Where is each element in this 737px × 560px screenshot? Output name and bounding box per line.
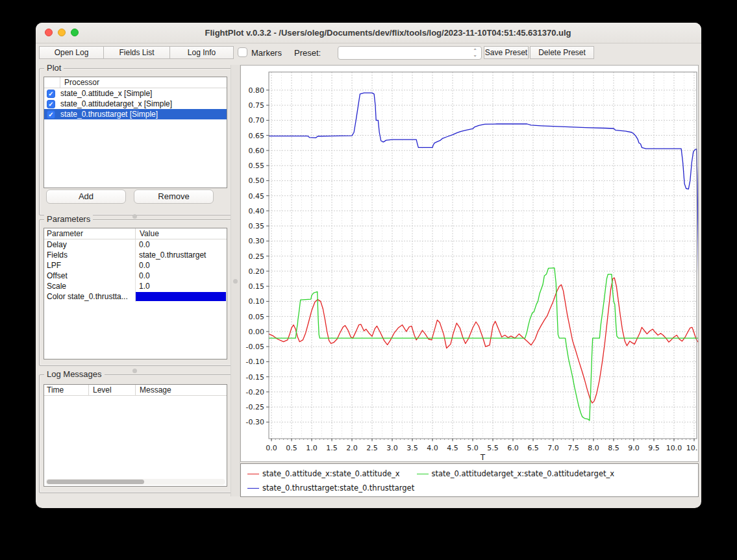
y-tick-label: 0.00: [249, 328, 265, 336]
parameter-value[interactable]: 0.0: [135, 240, 227, 249]
fields-list-button[interactable]: Fields List: [103, 46, 170, 59]
parameter-name: Delay: [44, 240, 135, 249]
parameters-group: Parameters Parameter Value Delay0.0Field…: [39, 219, 232, 366]
preset-combobox[interactable]: ⌃⌄: [338, 46, 482, 60]
x-tick-label: 1.0: [306, 444, 318, 452]
delete-preset-button[interactable]: Delete Preset: [530, 46, 594, 59]
scrollbar-thumb[interactable]: [47, 480, 144, 484]
log-messages-group-title: Log Messages: [44, 369, 105, 379]
horizontal-splitter-handle[interactable]: [132, 369, 137, 373]
log-info-button[interactable]: Log Info: [169, 46, 234, 59]
x-tick-label: 0.0: [266, 444, 277, 452]
legend-item: state_0.attitudetarget_x:state_0.attitud…: [417, 469, 615, 478]
x-axis-title: T: [480, 453, 486, 461]
y-tick-label: 0.50: [249, 177, 265, 185]
parameter-value[interactable]: 1.0: [135, 282, 227, 291]
x-tick-label: 2.0: [346, 444, 358, 452]
chart-legend: state_0.attitude_x:state_0.attitude_xsta…: [240, 463, 699, 497]
x-tick-label: 10.5: [686, 444, 698, 452]
preset-label: Preset:: [294, 48, 321, 58]
window-titlebar[interactable]: FlightPlot v.0.3.2 - /Users/oleg/Documen…: [36, 23, 701, 43]
legend-item: state_0.thrusttarget:state_0.thrusttarge…: [247, 483, 414, 493]
plot-group: Plot Processor ✓state_0.attitude_x [Simp…: [39, 68, 232, 215]
legend-line-swatch: [247, 488, 259, 489]
list-item-label: state_0.thrusttarget [Simple]: [55, 110, 158, 119]
y-tick-label: 0.10: [249, 297, 265, 306]
log-messages-header: Time Level Message: [44, 385, 227, 396]
x-tick-label: 2.5: [366, 444, 378, 452]
flight-plot-chart[interactable]: 0.800.750.700.650.600.550.500.450.400.35…: [241, 66, 698, 461]
markers-label: Markers: [251, 48, 282, 58]
row-checkbox[interactable]: ✓: [47, 110, 55, 119]
row-checkbox[interactable]: ✓: [47, 100, 55, 108]
x-tick-label: 8.5: [608, 444, 619, 452]
parameter-value[interactable]: 0.0: [135, 261, 227, 270]
x-tick-label: 5.5: [487, 444, 499, 452]
y-tick-label: -0.20: [246, 388, 264, 396]
chart-panel[interactable]: 0.800.750.700.650.600.550.500.450.400.35…: [240, 65, 699, 462]
parameter-value[interactable]: state_0.thrusttarget: [135, 250, 227, 260]
y-tick-label: 0.55: [249, 162, 265, 170]
combo-stepper-icon[interactable]: ⌃⌄: [470, 47, 480, 58]
remove-button[interactable]: Remove: [134, 189, 214, 204]
horizontal-splitter-handle[interactable]: [132, 214, 137, 219]
color-swatch[interactable]: [136, 292, 226, 301]
x-tick-label: 3.0: [386, 444, 398, 452]
y-tick-label: 0.60: [249, 147, 265, 155]
markers-checkbox[interactable]: [238, 47, 247, 57]
y-tick-label: 0.25: [249, 252, 265, 261]
vertical-splitter-handle[interactable]: [233, 279, 238, 284]
parameter-row[interactable]: Fieldsstate_0.thrusttarget: [44, 250, 227, 260]
plot-list-body: ✓state_0.attitude_x [Simple]✓state_0.att…: [44, 88, 227, 119]
save-preset-button[interactable]: Save Preset: [484, 46, 529, 59]
x-tick-label: 8.0: [588, 444, 599, 452]
open-log-button[interactable]: Open Log: [39, 46, 104, 59]
y-tick-label: 0.75: [249, 101, 265, 110]
x-tick-label: 7.5: [568, 444, 579, 452]
close-window-button[interactable]: [45, 29, 53, 36]
plot-list-table[interactable]: Processor ✓state_0.attitude_x [Simple]✓s…: [44, 77, 227, 188]
parameter-row[interactable]: LPF0.0: [44, 260, 227, 271]
x-tick-label: 6.0: [507, 444, 519, 452]
log-messages-table[interactable]: Time Level Message: [44, 384, 227, 487]
x-tick-label: 4.0: [427, 444, 438, 452]
legend-line-swatch: [247, 474, 259, 474]
minimize-window-button[interactable]: [58, 29, 66, 36]
parameter-row[interactable]: Offset0.0: [44, 271, 227, 281]
color-parameter-row[interactable]: Color state_0.thrustta...: [44, 291, 227, 302]
fullscreen-window-button[interactable]: [71, 29, 79, 36]
parameter-value[interactable]: 0.0: [135, 271, 227, 280]
y-tick-label: 0.45: [249, 192, 265, 201]
list-item[interactable]: ✓state_0.attitude_x [Simple]: [44, 88, 227, 99]
x-tick-label: 3.5: [406, 444, 418, 452]
parameter-name: Scale: [44, 282, 135, 291]
window-title: FlightPlot v.0.3.2 - /Users/oleg/Documen…: [114, 23, 662, 43]
parameter-name: Offset: [44, 271, 135, 280]
x-tick-label: 5.0: [467, 444, 479, 452]
legend-label: state_0.attitudetarget_x:state_0.attitud…: [432, 469, 615, 478]
parameters-table[interactable]: Parameter Value Delay0.0Fieldsstate_0.th…: [44, 228, 227, 359]
y-tick-label: 0.40: [249, 207, 265, 215]
add-button[interactable]: Add: [46, 189, 126, 204]
y-tick-label: 0.15: [249, 282, 265, 291]
x-tick-label: 4.5: [447, 444, 458, 452]
log-horizontal-scrollbar[interactable]: [45, 479, 225, 485]
row-checkbox[interactable]: ✓: [47, 90, 55, 98]
x-tick-label: 0.5: [286, 444, 297, 452]
parameter-row[interactable]: Delay0.0: [44, 239, 227, 250]
legend-line-swatch: [417, 474, 429, 474]
column-header-processor: Processor: [60, 77, 227, 88]
list-item-label: state_0.attitude_x [Simple]: [55, 89, 152, 98]
color-parameter-label: Color state_0.thrustta...: [44, 292, 135, 301]
legend-label: state_0.thrusttarget:state_0.thrusttarge…: [262, 483, 414, 493]
x-tick-label: 1.5: [326, 444, 338, 452]
legend-row: state_0.thrusttarget:state_0.thrusttarge…: [247, 481, 692, 495]
parameter-row[interactable]: Scale1.0: [44, 281, 227, 291]
column-header-message: Message: [135, 385, 227, 395]
list-item[interactable]: ✓state_0.thrusttarget [Simple]: [44, 109, 227, 119]
list-item[interactable]: ✓state_0.attitudetarget_x [Simple]: [44, 99, 227, 109]
x-tick-label: 10.0: [666, 444, 682, 452]
y-tick-label: -0.10: [246, 358, 264, 366]
y-tick-label: 0.65: [249, 132, 265, 140]
y-tick-label: 0.35: [249, 222, 265, 230]
